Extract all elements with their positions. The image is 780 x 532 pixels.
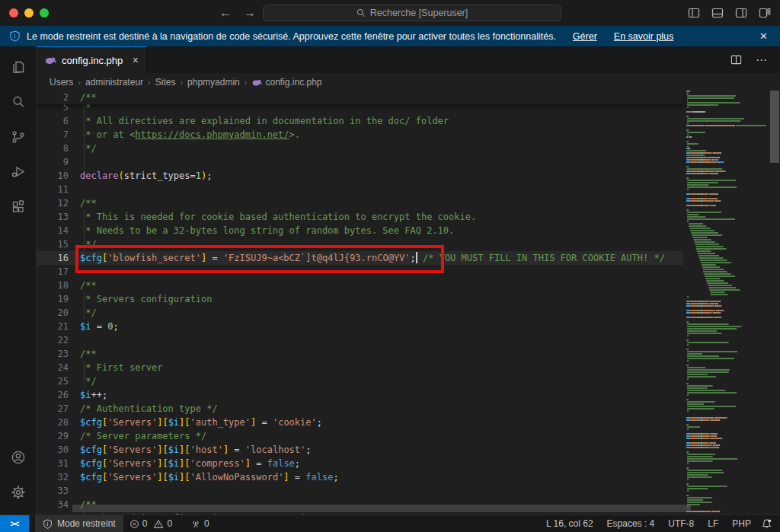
code-line[interactable]: 11 [37, 183, 683, 196]
banner-learn-more-link[interactable]: En savoir plus [614, 31, 674, 42]
vertical-scrollbar-thumb[interactable] [770, 91, 779, 163]
line-number: 30 [37, 443, 69, 457]
code-line[interactable]: 18/** [37, 279, 683, 292]
traffic-lights [9, 8, 49, 18]
minimap[interactable] [683, 91, 769, 514]
error-icon [129, 519, 139, 529]
tab-bar: config.inc.php × ⋯ [37, 46, 780, 73]
eol-status[interactable]: LF [701, 518, 725, 529]
forward-icon[interactable]: → [244, 6, 256, 20]
toggle-panel-icon[interactable] [711, 7, 724, 19]
indentation-status[interactable]: Espaces : 4 [600, 518, 662, 529]
code-line[interactable]: 14 * Needs to be a 32-bytes long string … [37, 224, 683, 237]
tab-label: config.inc.php [62, 55, 123, 66]
code-line[interactable]: 6 * All directives are explained in docu… [37, 114, 683, 128]
code-line[interactable]: 9 [37, 155, 683, 169]
line-number: 12 [37, 196, 69, 210]
code-line[interactable]: 13 * This is needed for cookie based aut… [37, 210, 683, 224]
back-icon[interactable]: ← [219, 6, 232, 20]
code-line[interactable]: 31$cfg['Servers'][$i]['compress'] = fals… [37, 457, 683, 470]
notifications-bell-icon[interactable] [758, 518, 780, 530]
code-line[interactable]: 25 */ [37, 374, 683, 388]
code-line[interactable]: 17 [37, 265, 683, 279]
code-line[interactable]: 29/* Server parameters */ [37, 429, 683, 443]
code-line[interactable]: 12/** [37, 196, 683, 210]
run-and-debug-icon[interactable] [0, 155, 37, 190]
breadcrumb-separator: › [180, 78, 183, 87]
cursor-position-status[interactable]: L 16, col 62 [539, 518, 600, 529]
code-line[interactable]: 33 [37, 484, 683, 498]
code-line[interactable]: 7 * or at <https://docs.phpmyadmin.net/>… [37, 128, 683, 142]
indent-guide [84, 237, 85, 251]
toggle-primary-sidebar-icon[interactable] [688, 7, 700, 19]
remote-indicator[interactable]: >< [0, 515, 29, 532]
code-line[interactable]: 10declare(strict_types=1); [37, 169, 683, 183]
banner-close-icon[interactable]: ✕ [759, 30, 768, 42]
code-editor[interactable]: 5 *6 * All directives are explained in d… [37, 91, 780, 514]
php-file-icon [251, 77, 262, 88]
code-line[interactable]: 28$cfg['Servers'][$i]['auth_type'] = 'co… [37, 416, 683, 429]
line-number: 15 [37, 237, 69, 251]
problems-status[interactable]: 0 0 [123, 518, 178, 529]
close-window-button[interactable] [9, 8, 18, 18]
language-mode-status[interactable]: PHP [725, 518, 758, 529]
explorer-icon[interactable] [0, 49, 37, 84]
code-line[interactable]: 15 */ [37, 237, 683, 251]
horizontal-scrollbar-thumb[interactable] [72, 505, 691, 512]
ports-status[interactable]: 0 [184, 518, 216, 529]
encoding-status[interactable]: UTF-8 [661, 518, 701, 529]
code-line[interactable]: 24 * First server [37, 361, 683, 374]
code-line[interactable]: 8 */ [37, 142, 683, 155]
banner-manage-link[interactable]: Gérer [573, 31, 597, 42]
breadcrumb-item[interactable]: phpmyadmin [187, 77, 240, 88]
restricted-mode-banner: Le mode restreint est destiné à la navig… [0, 26, 780, 46]
breadcrumb-item[interactable]: Sites [155, 77, 176, 88]
zoom-window-button[interactable] [40, 8, 49, 18]
indent-guide [84, 374, 85, 388]
breadcrumb-item[interactable]: administrateur [85, 77, 143, 88]
sticky-scroll-line[interactable]: 2/** [37, 91, 683, 104]
line-number: 35 [37, 511, 69, 514]
account-icon[interactable] [0, 440, 37, 475]
line-number: 29 [37, 429, 69, 443]
line-number: 7 [37, 128, 69, 142]
php-file-icon [44, 54, 56, 66]
code-line[interactable]: 16$cfg['blowfish_secret'] = 'FzISUJ9~a<b… [37, 251, 683, 265]
extensions-icon[interactable] [0, 190, 37, 225]
split-editor-icon[interactable] [730, 54, 742, 65]
command-center-search[interactable]: Recherche [Superuser] [263, 5, 561, 21]
tab-close-icon[interactable]: × [133, 54, 139, 66]
indent-guide [84, 142, 85, 155]
vertical-scrollbar[interactable] [769, 91, 780, 514]
source-control-icon[interactable] [0, 119, 37, 155]
title-bar: ← → Recherche [Superuser] [0, 0, 780, 26]
code-line[interactable]: 32$cfg['Servers'][$i]['AllowNoPassword']… [37, 470, 683, 484]
line-number: 2 [37, 91, 69, 104]
tab-config-inc-php[interactable]: config.inc.php × [37, 46, 147, 73]
restricted-mode-status[interactable]: Mode restreint [35, 515, 123, 532]
more-actions-icon[interactable]: ⋯ [756, 53, 768, 67]
banner-message: Le mode restreint est destiné à la navig… [27, 31, 556, 42]
code-line[interactable]: 21$i = 0; [37, 320, 683, 333]
indent-guide [84, 224, 85, 237]
customize-layout-icon[interactable] [759, 7, 771, 19]
code-line[interactable]: 30$cfg['Servers'][$i]['host'] = 'localho… [37, 443, 683, 457]
breadcrumb: Users›administrateur›Sites›phpmyadmin›co… [37, 73, 780, 91]
code-line[interactable]: 19 * Servers configuration [37, 292, 683, 306]
breadcrumb-separator: › [245, 78, 248, 87]
minimize-window-button[interactable] [24, 8, 34, 18]
code-line[interactable]: 20 */ [37, 306, 683, 320]
code-line[interactable]: 22 [37, 333, 683, 347]
code-line[interactable]: 26$i++; [37, 388, 683, 402]
breadcrumb-item[interactable]: config.inc.php [251, 77, 321, 88]
code-line[interactable]: 23/** [37, 347, 683, 361]
toggle-secondary-sidebar-icon[interactable] [735, 7, 747, 19]
line-number: 25 [37, 374, 69, 388]
settings-gear-icon[interactable] [0, 475, 37, 510]
line-number: 28 [37, 416, 69, 429]
breadcrumb-item[interactable]: Users [50, 77, 73, 88]
breadcrumb-separator: › [148, 78, 151, 87]
line-number: 19 [37, 292, 69, 306]
code-line[interactable]: 27/* Authentication type */ [37, 402, 683, 416]
search-sidebar-icon[interactable] [0, 84, 37, 119]
